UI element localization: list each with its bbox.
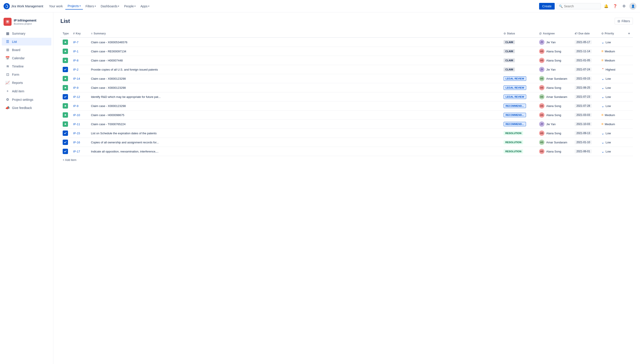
sidebar-item-list[interactable]: ☰ List	[2, 38, 51, 46]
filters-button[interactable]: ⊟ Filters	[615, 18, 633, 24]
cell-type	[60, 120, 71, 129]
sidebar-item-form[interactable]: ⊡ Form	[2, 70, 51, 78]
cell-status[interactable]: LEGAL REVIEW	[501, 92, 537, 102]
cell-key[interactable]: IP-9	[71, 102, 89, 110]
table-row[interactable]: IP-16 Copies of all ownership and assign…	[60, 138, 633, 147]
table-row[interactable]: IP-8 Claim case - H00007448 CLAIM AS Ala…	[60, 56, 633, 65]
table-row[interactable]: IP-11 Claim case - T0000765224 RECOMMEND…	[60, 120, 633, 129]
cell-status[interactable]: CLAIM	[501, 56, 537, 65]
settings-button[interactable]: ⚙	[620, 3, 627, 10]
nav-projects[interactable]: Projects ▾	[65, 3, 83, 10]
cell-summary: Provide copies of all U.S. and foreign i…	[89, 65, 501, 74]
add-item-row[interactable]: + Add item	[60, 156, 633, 164]
main-nav: Your work Projects ▾ Filters ▾ Dashboard…	[47, 3, 151, 10]
cell-key[interactable]: IP-1	[71, 47, 89, 56]
notifications-button[interactable]: 🔔	[603, 3, 610, 10]
table-row[interactable]: IP-7 Claim case - X00005346576 CLAIM JY …	[60, 38, 633, 47]
cell-key[interactable]: IP-17	[71, 147, 89, 156]
cell-status[interactable]: RECOMMEND...	[501, 102, 537, 110]
assignee-col-icon: @	[539, 32, 542, 35]
priority-icon: ⌄	[601, 140, 604, 144]
priority-icon: ⌃	[601, 68, 604, 72]
table-row[interactable]: IP-2 Provide copies of all U.S. and fore…	[60, 65, 633, 74]
cell-assignee: AS Alana Song	[537, 110, 572, 120]
cell-key[interactable]: IP-16	[71, 138, 89, 147]
col-header-priority[interactable]: ⊙ Priority	[599, 30, 626, 38]
sidebar-item-give-feedback[interactable]: 📣 Give feedback	[2, 104, 51, 112]
cell-status[interactable]: RESOLUTION	[501, 138, 537, 147]
col-header-key[interactable]: # Key	[71, 30, 89, 38]
filter-icon: ⊟	[617, 19, 620, 23]
search-input[interactable]	[564, 4, 603, 8]
create-button[interactable]: Create	[539, 3, 555, 10]
cell-key[interactable]: IP-15	[71, 129, 89, 138]
projects-chevron-icon: ▾	[80, 5, 81, 7]
project-type: Business project	[14, 22, 37, 25]
table-row[interactable]: IP-17 Indicate all opposition, reexamina…	[60, 147, 633, 156]
cell-status[interactable]: RESOLUTION	[501, 147, 537, 156]
col-header-assignee[interactable]: @ Assignee	[537, 30, 572, 38]
app-logo[interactable]: Jira Work Management	[4, 3, 43, 9]
reports-icon: 📈	[5, 80, 10, 85]
cell-priority: ⌃ Highest	[599, 65, 626, 74]
nav-people[interactable]: People ▾	[122, 3, 138, 9]
cell-key[interactable]: IP-12	[71, 92, 89, 102]
cell-priority: ≡ Medium	[599, 110, 626, 120]
col-header-status[interactable]: ⊙ Status	[501, 30, 537, 38]
cell-duedate: 2021-01-10	[572, 138, 599, 147]
cell-status[interactable]: RESOLUTION	[501, 129, 537, 138]
calendar-icon: 📅	[5, 56, 10, 60]
cell-priority: ≡ Medium	[599, 56, 626, 65]
table-row[interactable]: IP-9 Claim case - X0000123298 LEGAL REVI…	[60, 83, 633, 92]
cell-priority: ⌄ Low	[599, 38, 626, 47]
sidebar-item-reports[interactable]: 📈 Reports	[2, 79, 51, 86]
sidebar-item-summary[interactable]: ▦ Summary	[2, 30, 51, 37]
cell-key[interactable]: IP-7	[71, 38, 89, 47]
cell-key[interactable]: IP-10	[71, 110, 89, 120]
user-avatar[interactable]: 👤	[629, 3, 636, 10]
cell-type	[60, 65, 71, 74]
cell-key[interactable]: IP-14	[71, 74, 89, 83]
col-header-duedate[interactable]: 🏷 Due date	[572, 30, 599, 38]
nav-apps[interactable]: Apps ▾	[138, 3, 152, 9]
nav-filters[interactable]: Filters ▾	[83, 3, 98, 9]
table-row[interactable]: IP-1 Claim case - RE000097134 CLAIM AS A…	[60, 47, 633, 56]
svg-point-0	[4, 3, 10, 9]
summary-col-icon: ≡	[91, 32, 92, 35]
sidebar-item-timeline[interactable]: ≋ Timeline	[2, 62, 51, 70]
cell-status[interactable]: LEGAL REVIEW	[501, 83, 537, 92]
cell-key[interactable]: IP-8	[71, 56, 89, 65]
cell-status[interactable]: RECOMMEND...	[501, 110, 537, 120]
cell-status[interactable]: CLAIM	[501, 65, 537, 74]
search-box[interactable]: 🔍 /	[556, 3, 601, 9]
table-row[interactable]: IP-9 Claim case - X0000123298 RECOMMEND.…	[60, 102, 633, 110]
table-row[interactable]: IP-15 List on Schedule the expiration da…	[60, 129, 633, 138]
cell-key[interactable]: IP-2	[71, 65, 89, 74]
cell-status[interactable]: CLAIM	[501, 47, 537, 56]
col-header-add[interactable]: +	[626, 30, 633, 38]
nav-your-work[interactable]: Your work	[47, 3, 65, 9]
help-button[interactable]: ❓	[611, 3, 619, 10]
sidebar-item-calendar[interactable]: 📅 Calendar	[2, 54, 51, 62]
cell-status[interactable]: LEGAL REVIEW	[501, 74, 537, 83]
cell-extra	[626, 120, 633, 129]
cell-duedate: 2021-05-17	[572, 38, 599, 47]
table-row[interactable]: IP-12 Identify R&D which may be appropri…	[60, 92, 633, 102]
cell-status[interactable]: RECOMMEND...	[501, 120, 537, 129]
sidebar-item-add-item[interactable]: ＋ Add item	[2, 87, 51, 95]
table-row[interactable]: IP-14 Claim case - X0000123298 LEGAL REV…	[60, 74, 633, 83]
board-icon: ⊞	[5, 48, 10, 52]
cell-key[interactable]: IP-9	[71, 83, 89, 92]
cell-status[interactable]: CLAIM	[501, 38, 537, 47]
cell-summary: Indicate all opposition, reexamination, …	[89, 147, 501, 156]
sidebar-item-board[interactable]: ⊞ Board	[2, 46, 51, 54]
summary-icon: ▦	[5, 31, 10, 36]
col-header-summary[interactable]: ≡ Summary	[89, 30, 501, 38]
cell-key[interactable]: IP-11	[71, 120, 89, 129]
sidebar-item-project-settings[interactable]: ⚙ Project settings	[2, 96, 51, 104]
nav-dashboards[interactable]: Dashboards ▾	[98, 3, 122, 9]
issues-table: Type # Key ≡ Summary	[60, 30, 633, 156]
cell-priority: ≡ Medium	[599, 47, 626, 56]
table-row[interactable]: IP-10 Claim case - H000098675 RECOMMEND.…	[60, 110, 633, 120]
status-col-icon: ⊙	[504, 32, 506, 35]
